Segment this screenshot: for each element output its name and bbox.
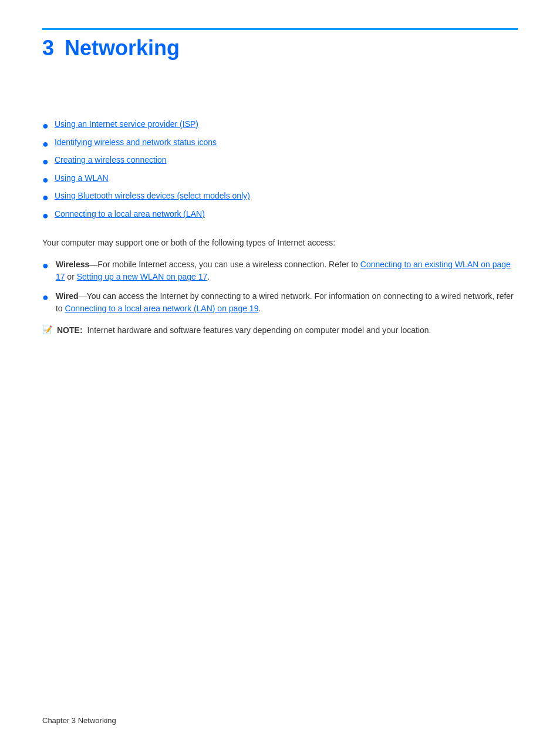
chapter-title: 3 Networking [42, 36, 518, 61]
chapter-header: 3 Networking [42, 28, 518, 61]
bullet-item-wireless: ● Wireless—For mobile Internet access, y… [42, 258, 518, 283]
toc-link-2[interactable]: Identifying wireless and network status … [55, 137, 217, 147]
toc-link-5[interactable]: Using Bluetooth wireless devices (select… [55, 191, 250, 200]
intro-text: Your computer may support one or both of… [42, 237, 518, 249]
toc-link-4[interactable]: Using a WLAN [55, 173, 109, 183]
chapter-number: 3 [42, 36, 54, 61]
toc-bullet-6: ● [42, 210, 49, 223]
toc-bullet-3: ● [42, 156, 49, 169]
link-setting-new-wlan[interactable]: Setting up a new WLAN on page 17 [77, 272, 208, 281]
wired-label: Wired [56, 291, 79, 301]
note-content: Internet hardware and software features … [87, 325, 431, 335]
bullet-item-wired: ● Wired—You can access the Internet by c… [42, 290, 518, 315]
bullet-dot-wireless: ● [42, 259, 49, 273]
note-text: NOTE: Internet hardware and software fea… [57, 324, 431, 337]
note-box: 📝 NOTE: Internet hardware and software f… [42, 324, 518, 337]
note-label: NOTE: [57, 325, 83, 335]
toc-list: ● Using an Internet service provider (IS… [42, 119, 518, 223]
chapter-title-text: Networking [65, 36, 180, 61]
toc-bullet-2: ● [42, 138, 49, 151]
toc-bullet-5: ● [42, 191, 49, 204]
bullet-text-wired: Wired—You can access the Internet by con… [56, 290, 518, 315]
toc-link-1[interactable]: Using an Internet service provider (ISP) [55, 119, 198, 129]
toc-item-5: ● Using Bluetooth wireless devices (sele… [42, 191, 518, 204]
toc-item-1: ● Using an Internet service provider (IS… [42, 119, 518, 133]
toc-item-6: ● Connecting to a local area network (LA… [42, 209, 518, 223]
bullet-dot-wired: ● [42, 291, 49, 304]
footer-text: Chapter 3 Networking [42, 716, 116, 725]
toc-bullet-1: ● [42, 120, 49, 133]
toc-bullet-4: ● [42, 174, 49, 187]
page-footer: Chapter 3 Networking [42, 716, 116, 725]
bullet-list: ● Wireless—For mobile Internet access, y… [42, 258, 518, 315]
toc-item-2: ● Identifying wireless and network statu… [42, 137, 518, 151]
link-connecting-lan[interactable]: Connecting to a local area network (LAN)… [65, 304, 258, 313]
toc-link-6[interactable]: Connecting to a local area network (LAN) [55, 209, 205, 219]
toc-item-3: ● Creating a wireless connection [42, 155, 518, 169]
toc-item-4: ● Using a WLAN [42, 173, 518, 187]
bullet-text-wireless: Wireless—For mobile Internet access, you… [56, 258, 518, 283]
wireless-label: Wireless [56, 260, 89, 269]
note-icon: 📝 [42, 325, 52, 334]
page: 3 Networking ● Using an Internet service… [0, 0, 560, 746]
toc-link-3[interactable]: Creating a wireless connection [55, 155, 167, 164]
